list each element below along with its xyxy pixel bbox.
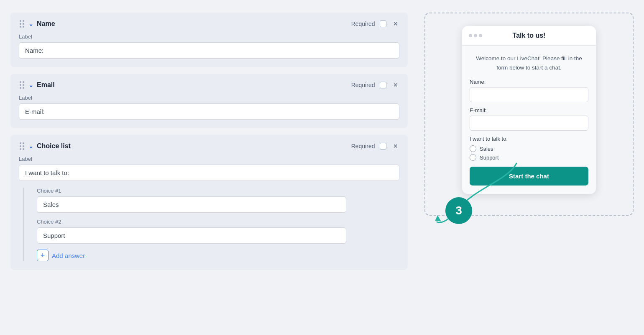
name-field-block: ⌄ Name Required × Label: [10, 13, 408, 67]
chat-name-group: Name:: [470, 79, 588, 102]
choice-header-right: Required ×: [351, 142, 399, 151]
email-field-title: Email: [37, 81, 55, 89]
choice-field-header: ⌄ Choice list Required ×: [19, 142, 399, 151]
chat-title: Talk to us!: [513, 32, 546, 39]
choice-label-text: Label: [19, 156, 399, 162]
email-drag-handle[interactable]: [19, 80, 25, 90]
choice-1-label: Choice #1: [37, 188, 399, 194]
chat-choice-label: I want to talk to:: [470, 136, 588, 142]
chat-welcome-text: Welcome to our LiveChat! Please fill in …: [470, 54, 588, 72]
choice-2-block: Choice #2: [37, 219, 399, 244]
chat-header: Talk to us!: [462, 26, 596, 46]
name-required-checkbox[interactable]: [380, 21, 386, 27]
chat-choice-group: I want to talk to: Sales Support: [470, 136, 588, 161]
start-chat-button[interactable]: Start the chat: [470, 167, 588, 186]
chat-email-label: E-mail:: [470, 107, 588, 113]
email-field-header: ⌄ Email Required ×: [19, 80, 399, 90]
radio-option-2-text: Support: [480, 155, 499, 161]
choice-1-block: Choice #1: [37, 188, 399, 213]
email-close-button[interactable]: ×: [391, 80, 399, 90]
form-builder-panel: ⌄ Name Required × Label ⌄ Email Required: [10, 8, 408, 270]
choice-1-input[interactable]: [37, 196, 346, 213]
name-close-button[interactable]: ×: [391, 19, 399, 28]
email-input[interactable]: [19, 103, 399, 120]
chat-dot-2: [474, 34, 477, 37]
chat-name-label: Name:: [470, 79, 588, 85]
email-required-checkbox[interactable]: [380, 82, 386, 88]
chat-dot-3: [479, 34, 482, 37]
choice-required-checkbox[interactable]: [380, 143, 386, 149]
email-required-label: Required: [351, 82, 375, 88]
choice-field-block: ⌄ Choice list Required × Label Choice #1…: [10, 135, 408, 270]
radio-circle-1: [470, 145, 476, 152]
name-input[interactable]: [19, 42, 399, 59]
add-plus-icon: +: [37, 250, 49, 261]
name-header-left: ⌄ Name: [19, 19, 55, 28]
chat-email-input-preview[interactable]: [470, 116, 588, 131]
step-number-badge: 3: [445, 197, 472, 224]
email-field-block: ⌄ Email Required × Label: [10, 74, 408, 128]
choice-header-left: ⌄ Choice list: [19, 142, 71, 151]
chat-email-group: E-mail:: [470, 107, 588, 131]
chat-body: Welcome to our LiveChat! Please fill in …: [462, 46, 596, 194]
chat-window-dots: [469, 34, 482, 37]
name-drag-handle[interactable]: [19, 19, 25, 28]
email-chevron-icon[interactable]: ⌄: [28, 82, 33, 88]
chat-name-input-preview[interactable]: [470, 87, 588, 102]
name-field-header: ⌄ Name Required ×: [19, 19, 399, 28]
preview-panel: Talk to us! Welcome to our LiveChat! Ple…: [424, 8, 634, 216]
choice-required-label: Required: [351, 143, 375, 149]
radio-circle-2: [470, 154, 476, 161]
add-answer-button[interactable]: + Add answer: [37, 250, 85, 261]
choice-main-input[interactable]: [19, 165, 399, 181]
svg-marker-0: [434, 215, 441, 223]
name-chevron-icon[interactable]: ⌄: [28, 21, 33, 27]
name-required-label: Required: [351, 21, 375, 27]
email-header-right: Required ×: [351, 80, 399, 90]
choice-close-button[interactable]: ×: [391, 142, 399, 151]
choice-field-title: Choice list: [37, 142, 71, 150]
choice-drag-handle[interactable]: [19, 142, 25, 151]
email-header-left: ⌄ Email: [19, 80, 55, 90]
dashed-border-container: Talk to us! Welcome to our LiveChat! Ple…: [424, 13, 634, 216]
choices-section: Choice #1 Choice #2 + Add answer: [23, 188, 399, 261]
radio-option-1-text: Sales: [480, 146, 493, 152]
name-header-right: Required ×: [351, 19, 399, 28]
name-field-title: Name: [37, 20, 55, 28]
name-label-text: Label: [19, 34, 399, 40]
chat-widget-preview: Talk to us! Welcome to our LiveChat! Ple…: [462, 26, 596, 194]
chat-radio-option-2[interactable]: Support: [470, 154, 588, 161]
chat-radio-option-1[interactable]: Sales: [470, 145, 588, 152]
choice-chevron-icon[interactable]: ⌄: [28, 143, 33, 149]
email-label-text: Label: [19, 95, 399, 101]
choice-2-label: Choice #2: [37, 219, 399, 225]
chat-dot-1: [469, 34, 472, 37]
add-answer-label: Add answer: [52, 252, 85, 259]
choice-2-input[interactable]: [37, 227, 346, 244]
